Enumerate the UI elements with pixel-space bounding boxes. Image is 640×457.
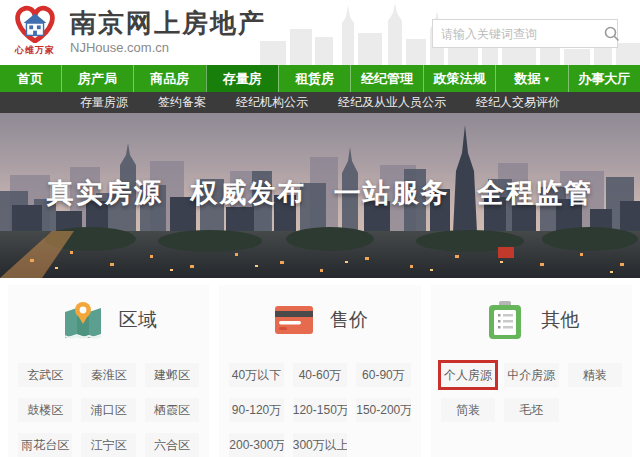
region-option[interactable]: 栖霞区	[145, 398, 199, 422]
region-filter-card: 区域 玄武区 秦淮区 建邺区 鼓楼区 浦口区 栖霞区 雨花台区 江宁区 六合区	[8, 285, 209, 457]
hero-slogan: 真实房源 权威发布 一站服务 全程监管	[0, 175, 640, 211]
region-option[interactable]: 江宁区	[81, 433, 135, 457]
other-option[interactable]: 中介房源	[504, 363, 558, 387]
other-option-personal-listings[interactable]: 个人房源	[441, 363, 495, 387]
nav-item-brokerage-management[interactable]: 经纪管理	[350, 65, 422, 92]
region-option[interactable]: 雨花台区	[18, 433, 72, 457]
price-option[interactable]: 120-150万	[293, 398, 347, 422]
region-card-title: 区域	[119, 307, 157, 333]
subnav-item-practitioner-publicity[interactable]: 经纪及从业人员公示	[338, 94, 446, 111]
price-option[interactable]: 300万以上	[293, 433, 347, 457]
sub-nav: 存量房源 签约备案 经纪机构公示 经纪及从业人员公示 经纪人交易评价	[0, 92, 640, 113]
price-option[interactable]: 150-200万	[356, 398, 410, 422]
price-option[interactable]: 40万以下	[229, 363, 283, 387]
site-title: 南京网上房地产	[70, 8, 266, 38]
site-header: 心维万家 南京网上房地产 NJHouse.com.cn	[0, 0, 640, 65]
nav-item-home[interactable]: 首页	[0, 65, 61, 92]
price-filter-card: 售价 40万以下 40-60万 60-90万 90-120万 120-150万 …	[219, 285, 420, 457]
other-option[interactable]: 精装	[568, 363, 622, 387]
price-option[interactable]: 200-300万	[229, 433, 283, 457]
region-option[interactable]: 六合区	[145, 433, 199, 457]
search-input[interactable]	[433, 27, 604, 41]
other-card-title: 其他	[541, 307, 579, 333]
site-logo: 心维万家	[8, 5, 62, 57]
nav-item-stock-housing[interactable]: 存量房	[206, 65, 278, 92]
region-option[interactable]: 浦口区	[81, 398, 135, 422]
heart-house-logo-icon	[12, 5, 58, 43]
filter-cards: 区域 玄武区 秦淮区 建邺区 鼓楼区 浦口区 栖霞区 雨花台区 江宁区 六合区 …	[0, 278, 640, 457]
other-option[interactable]: 毛坯	[504, 398, 558, 422]
logo-slogan: 心维万家	[8, 44, 62, 57]
main-nav: 首页 房产局 商品房 存量房 租赁房 经纪管理 政策法规 数据 ▾ 办事大厅	[0, 65, 640, 92]
clipboard-icon	[483, 298, 527, 342]
price-option[interactable]: 60-90万	[356, 363, 410, 387]
search-button[interactable]	[604, 20, 620, 47]
chevron-down-icon: ▾	[545, 74, 550, 84]
other-filter-card: 其他 个人房源 中介房源 精装 简装 毛坯	[431, 285, 632, 457]
search-icon	[604, 26, 620, 42]
price-option[interactable]: 90-120万	[229, 398, 283, 422]
nav-item-data[interactable]: 数据 ▾	[495, 65, 567, 92]
other-option[interactable]: 简装	[441, 398, 495, 422]
nav-item-service-hall[interactable]: 办事大厅	[568, 65, 640, 92]
nav-item-rental-housing[interactable]: 租赁房	[278, 65, 350, 92]
subnav-item-agency-publicity[interactable]: 经纪机构公示	[236, 94, 308, 111]
subnav-item-agent-rating[interactable]: 经纪人交易评价	[476, 94, 560, 111]
hero-slogan-part: 全程监管	[477, 178, 593, 208]
hero-slogan-part: 真实房源	[47, 178, 163, 208]
search-box	[432, 19, 618, 48]
brand[interactable]: 心维万家 南京网上房地产 NJHouse.com.cn	[8, 5, 266, 57]
map-icon	[61, 298, 105, 342]
region-option[interactable]: 玄武区	[18, 363, 72, 387]
region-option[interactable]: 鼓楼区	[18, 398, 72, 422]
subnav-item-contract-filing[interactable]: 签约备案	[158, 94, 206, 111]
site-domain: NJHouse.com.cn	[70, 40, 266, 55]
subnav-item-stock-listings[interactable]: 存量房源	[80, 94, 128, 111]
hero-slogan-part: 权威发布	[190, 178, 306, 208]
nav-item-policies[interactable]: 政策法规	[423, 65, 495, 92]
price-option[interactable]: 40-60万	[293, 363, 347, 387]
region-option[interactable]: 秦淮区	[81, 363, 135, 387]
hero-banner: 真实房源 权威发布 一站服务 全程监管	[0, 113, 640, 278]
price-card-title: 售价	[330, 307, 368, 333]
nav-item-commodity-housing[interactable]: 商品房	[133, 65, 205, 92]
price-card-icon	[272, 298, 316, 342]
region-option[interactable]: 建邺区	[145, 363, 199, 387]
nav-item-housing-bureau[interactable]: 房产局	[61, 65, 133, 92]
hero-slogan-part: 一站服务	[334, 178, 450, 208]
